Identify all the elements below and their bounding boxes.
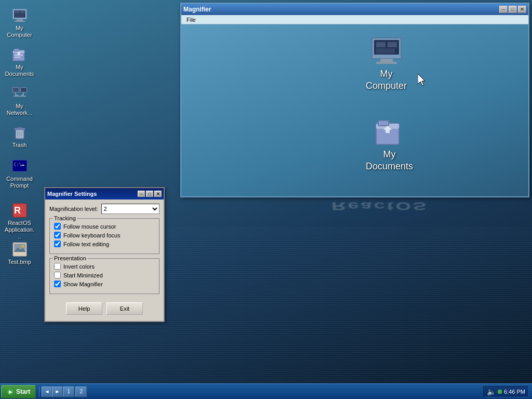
- follow-text-label[interactable]: Follow text editing: [63, 241, 109, 247]
- start-icon: ▶: [7, 388, 14, 395]
- my-computer-icon: [11, 7, 28, 24]
- svg-rect-49: [380, 59, 393, 62]
- mag-my-computer-icon[interactable]: MyComputer: [366, 35, 407, 92]
- follow-keyboard-row: Follow keyboard focus: [54, 232, 155, 238]
- presentation-group-label: Presentation: [53, 255, 87, 261]
- exit-button[interactable]: Exit: [107, 302, 143, 315]
- magnifier-minimize-btn[interactable]: ─: [499, 6, 508, 13]
- tracking-group-label: Tracking: [53, 215, 77, 221]
- svg-rect-53: [378, 121, 389, 126]
- taskbar-divider-1: [39, 387, 39, 397]
- svg-rect-8: [15, 14, 25, 17]
- mag-my-documents-icon[interactable]: MyDocuments: [366, 115, 413, 173]
- start-minimized-checkbox[interactable]: [54, 272, 61, 278]
- show-magnifier-label[interactable]: Show Magnifier: [63, 281, 103, 287]
- reactos-app-label: ReactOS Application...: [5, 220, 34, 241]
- volume-icon[interactable]: 🔈: [487, 388, 496, 396]
- desktop-icon-my-computer[interactable]: My Computer: [3, 5, 36, 41]
- svg-rect-29: [18, 127, 22, 129]
- svg-rect-18: [13, 88, 19, 92]
- magnification-select-wrapper[interactable]: 1 2 3 4 5: [101, 204, 159, 214]
- desktop-icon-trash[interactable]: Trash: [3, 122, 36, 151]
- desktop-icon-my-network[interactable]: My Network...: [3, 83, 36, 118]
- test-bmp-label: Test.bmp: [8, 259, 31, 265]
- settings-close-btn[interactable]: ✕: [154, 191, 162, 197]
- mag-my-documents-label: MyDocuments: [366, 149, 413, 173]
- follow-mouse-row: Follow mouse cursor: [54, 223, 155, 230]
- invert-colors-row: Invert colors: [54, 263, 155, 270]
- start-minimized-row: Start Minimized: [54, 272, 155, 278]
- settings-dialog: Magnifier Settings ─ □ ✕ Magnification l…: [44, 187, 165, 322]
- presentation-group: Presentation Invert colors Start Minimiz…: [49, 258, 159, 294]
- cmd-label: Command Prompt: [5, 176, 34, 189]
- magnification-level-label: Magnification level:: [49, 206, 98, 212]
- mag-my-computer-label: MyComputer: [366, 68, 407, 92]
- settings-titlebar[interactable]: Magnifier Settings ─ □ ✕: [45, 188, 164, 200]
- svg-point-43: [21, 245, 24, 248]
- help-button[interactable]: Help: [66, 302, 102, 315]
- taskbar-right: 🔈 6:46 PM: [483, 386, 532, 397]
- invert-colors-label[interactable]: Invert colors: [63, 263, 95, 270]
- magnifier-close-btn[interactable]: ✕: [518, 6, 526, 13]
- follow-text-checkbox[interactable]: [54, 241, 61, 247]
- follow-mouse-label[interactable]: Follow mouse cursor: [63, 223, 116, 230]
- follow-keyboard-checkbox[interactable]: [54, 232, 61, 238]
- svg-rect-3: [15, 21, 25, 22]
- show-magnifier-checkbox[interactable]: [54, 281, 61, 287]
- desktop: My Computer My Documents: [0, 0, 532, 383]
- settings-body: Magnification level: 1 2 3 4 5 Tracking: [45, 200, 164, 321]
- my-documents-icon: [11, 46, 28, 63]
- svg-rect-50: [376, 62, 397, 64]
- desktop-icon-my-documents[interactable]: My Documents: [3, 44, 36, 79]
- svg-rect-13: [15, 57, 21, 58]
- mag-cursor: [418, 74, 428, 87]
- reactos-app-icon: R: [11, 202, 28, 219]
- cmd-icon: C:\>_ C:\>: [11, 158, 28, 175]
- invert-colors-checkbox[interactable]: [54, 263, 61, 270]
- taskbar-fwd-btn[interactable]: ►: [52, 387, 62, 397]
- taskbar-page2-btn[interactable]: 2: [75, 387, 87, 397]
- svg-text:C:\>: C:\>: [14, 163, 24, 167]
- desktop-icon-test-bmp[interactable]: Test.bmp: [3, 239, 36, 268]
- settings-maximize-btn[interactable]: □: [146, 191, 153, 197]
- follow-keyboard-label[interactable]: Follow keyboard focus: [63, 232, 120, 238]
- my-network-label: My Network...: [5, 103, 34, 116]
- settings-minimize-btn[interactable]: ─: [138, 191, 145, 197]
- taskbar-back-btn[interactable]: ◄: [42, 387, 52, 397]
- show-magnifier-row: Show Magnifier: [54, 281, 155, 287]
- my-documents-label: My Documents: [5, 64, 34, 77]
- mag-computer-img: [370, 35, 403, 68]
- settings-title: Magnifier Settings: [47, 191, 137, 197]
- svg-rect-11: [14, 49, 19, 51]
- magnifier-menu-file[interactable]: File: [183, 17, 199, 23]
- magnification-select[interactable]: 1 2 3 4 5: [101, 204, 159, 214]
- start-button[interactable]: ▶ Start: [1, 385, 36, 398]
- svg-rect-37: [21, 165, 24, 166]
- svg-rect-25: [21, 95, 24, 97]
- desktop-icon-reactos-app[interactable]: R ReactOS Application...: [3, 200, 36, 243]
- start-minimized-label[interactable]: Start Minimized: [63, 272, 103, 278]
- svg-rect-23: [14, 96, 26, 97]
- magnifier-window: Magnifier ─ □ ✕ File: [180, 3, 529, 197]
- magnifier-content: MyComputer MyDocuments: [181, 24, 528, 196]
- trash-label: Trash: [12, 142, 27, 149]
- mag-documents-img: [373, 115, 406, 149]
- magnifier-titlebar[interactable]: Magnifier ─ □ ✕: [181, 4, 528, 15]
- svg-rect-24: [16, 95, 18, 97]
- magnifier-maximize-btn[interactable]: □: [509, 6, 517, 13]
- magnification-level-row: Magnification level: 1 2 3 4 5: [49, 204, 159, 214]
- follow-mouse-checkbox[interactable]: [54, 223, 61, 230]
- my-computer-label: My Computer: [5, 25, 34, 38]
- start-label: Start: [16, 388, 30, 395]
- svg-rect-6: [15, 11, 20, 14]
- magnifier-menubar: File: [181, 15, 528, 24]
- taskbar-page1-btn[interactable]: 1: [63, 387, 74, 397]
- svg-rect-47: [388, 42, 397, 47]
- my-network-icon: [11, 85, 28, 102]
- follow-text-row: Follow text editing: [54, 241, 155, 247]
- svg-text:R: R: [14, 205, 21, 216]
- tracking-group: Tracking Follow mouse cursor Follow keyb…: [49, 218, 159, 254]
- desktop-icon-cmd[interactable]: C:\>_ C:\> Command Prompt: [3, 156, 36, 191]
- trash-icon: [11, 124, 28, 141]
- taskbar-tray: 🔈 6:46 PM: [483, 386, 529, 397]
